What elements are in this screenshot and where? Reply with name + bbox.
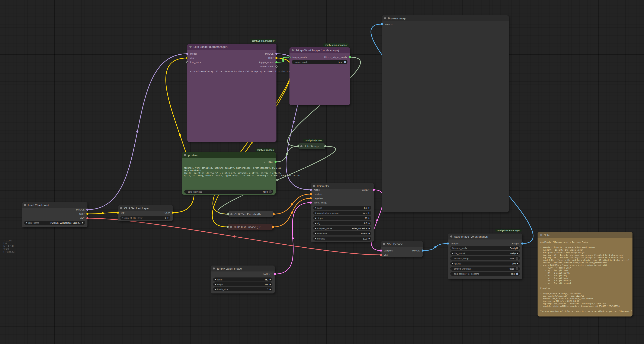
clip-input-dot[interactable] bbox=[117, 212, 119, 214]
decrement-arrow-icon[interactable]: ◀ bbox=[315, 238, 316, 240]
collapse-dot[interactable] bbox=[120, 207, 122, 209]
filename_prefix-widget[interactable]: filename_prefixComfyUI bbox=[450, 246, 520, 250]
decrement-arrow-icon[interactable]: ◀ bbox=[452, 262, 453, 264]
save-image-node[interactable]: Save Image (LoraManager)imagesimagesfile… bbox=[448, 234, 522, 280]
ksampler-node-header[interactable]: KSampler bbox=[311, 183, 374, 189]
scheduler-widget[interactable]: ◀schedulerkarras▶ bbox=[313, 232, 372, 236]
add_counter_to_filename-widget[interactable]: add_counter_to_filenametrue bbox=[450, 272, 520, 276]
CLIP-output-dot[interactable] bbox=[86, 213, 88, 215]
cfg-widget[interactable]: ◀cfg8.0▶ bbox=[313, 221, 372, 225]
latent_image-input-dot[interactable] bbox=[310, 202, 312, 204]
clip-set-last-layer-node-header[interactable]: CLIP Set Last Layer bbox=[118, 205, 173, 211]
CLIP Text Encode (Pr-output-dot[interactable] bbox=[272, 213, 275, 215]
preview-image-node[interactable]: Preview Imageimages bbox=[382, 15, 509, 212]
toggle-circle[interactable] bbox=[516, 272, 518, 275]
model-input-dot[interactable] bbox=[310, 189, 312, 191]
empty-latent-image-node-header[interactable]: Empty Latent Image bbox=[211, 266, 275, 272]
collapse-dot[interactable] bbox=[383, 243, 385, 245]
embed_workflow-widget[interactable]: embed_workflowfalse bbox=[450, 266, 520, 271]
increment-arrow-icon[interactable]: ▶ bbox=[270, 288, 271, 290]
triggerword-toggle-node[interactable]: TriggerWord Toggle (LoraManager)trigger_… bbox=[290, 47, 350, 105]
increment-arrow-icon[interactable]: ▶ bbox=[82, 222, 84, 224]
group_mode-widget[interactable]: group_modetrue bbox=[292, 60, 348, 64]
decrement-arrow-icon[interactable]: ◀ bbox=[214, 278, 216, 280]
collapse-dot[interactable] bbox=[24, 204, 26, 206]
width-widget[interactable]: ◀width832▶ bbox=[213, 278, 272, 282]
preview-image-node-header[interactable]: Preview Image bbox=[382, 15, 509, 21]
ksampler-node[interactable]: KSamplermodelpositivenegativelatent_imag… bbox=[311, 183, 374, 242]
increment-arrow-icon[interactable]: ▶ bbox=[368, 232, 370, 234]
increment-arrow-icon[interactable]: ▶ bbox=[168, 217, 169, 219]
decrement-arrow-icon[interactable]: ◀ bbox=[315, 227, 316, 229]
VAE-output-dot[interactable] bbox=[86, 217, 88, 219]
clip-input-dot[interactable] bbox=[186, 57, 188, 59]
MODEL-output-dot[interactable] bbox=[276, 53, 278, 55]
lossless_webp-widget[interactable]: lossless_webpfalse bbox=[450, 256, 520, 260]
increment-arrow-icon[interactable]: ▶ bbox=[368, 212, 370, 214]
decrement-arrow-icon[interactable]: ◀ bbox=[315, 217, 316, 219]
collapse-dot[interactable] bbox=[184, 154, 186, 156]
increment-arrow-icon[interactable]: ▶ bbox=[368, 207, 370, 209]
trigger_words-input-dot[interactable] bbox=[288, 56, 290, 58]
positive-input-dot[interactable] bbox=[310, 193, 312, 195]
Join Strings-output-dot[interactable] bbox=[324, 145, 326, 147]
collapse-dot[interactable] bbox=[230, 226, 232, 228]
graph-canvas[interactable]: Load CheckpointMODELCLIPVAE◀ckpt_nameil\… bbox=[0, 0, 644, 344]
collapse-dot[interactable] bbox=[230, 213, 232, 215]
increment-arrow-icon[interactable]: ▶ bbox=[368, 227, 370, 229]
vae-decode-node[interactable]: VAE DecodesamplesvaeIMAGE bbox=[381, 241, 423, 257]
note-node[interactable]: NoteAvailable filename_prefix Pattern Co… bbox=[538, 232, 632, 316]
collapse-dot[interactable] bbox=[292, 49, 294, 52]
negative-input-dot[interactable] bbox=[310, 197, 312, 200]
batch_size-widget[interactable]: ◀batch_size3▶ bbox=[213, 287, 272, 291]
IMAGE-output-dot[interactable] bbox=[422, 250, 424, 252]
positive-prompt-node[interactable]: positiveSTRINGstrip_newlinesfalsehighres… bbox=[182, 152, 276, 195]
decrement-arrow-icon[interactable]: ◀ bbox=[315, 232, 316, 234]
toggle-circle[interactable] bbox=[269, 190, 272, 193]
increment-arrow-icon[interactable]: ▶ bbox=[270, 278, 271, 280]
decrement-arrow-icon[interactable]: ◀ bbox=[122, 217, 123, 219]
vae-input-dot[interactable] bbox=[380, 254, 382, 256]
sampler_name-widget[interactable]: ◀sampler_nameeuler_ancestral▶ bbox=[313, 226, 372, 230]
join-strings-node[interactable]: Join Strings bbox=[298, 143, 325, 149]
lora_stack-input-dot[interactable] bbox=[186, 61, 188, 63]
note-node-header[interactable]: Note bbox=[538, 232, 632, 238]
LATENT-output-dot[interactable] bbox=[373, 189, 375, 191]
MODEL-output-dot[interactable] bbox=[86, 208, 88, 211]
CLIP-output-dot[interactable] bbox=[276, 57, 278, 59]
lora-loader-node-header[interactable]: Lora Loader (LoraManager) bbox=[187, 44, 276, 50]
file_format-widget[interactable]: ◀file_formatwebp▶ bbox=[450, 251, 520, 255]
load-checkpoint-node[interactable]: Load CheckpointMODELCLIPVAE◀ckpt_nameil\… bbox=[22, 202, 88, 227]
clip-text-encode-negative-node-header[interactable]: CLIP Text Encode (Pr bbox=[228, 224, 273, 230]
seed-widget[interactable]: ◀seed409▶ bbox=[313, 206, 372, 210]
join-strings-node-header[interactable]: Join Strings bbox=[298, 143, 325, 149]
strip_newlines-widget[interactable]: strip_newlinesfalse bbox=[184, 190, 273, 194]
CLIP-output-dot[interactable] bbox=[172, 212, 174, 214]
collapse-dot[interactable] bbox=[190, 46, 192, 48]
ckpt_name-widget[interactable]: ◀ckpt_nameil\waiNSFWIllustrious_v110.s..… bbox=[24, 221, 85, 225]
lora-loader-node[interactable]: Lora Loader (LoraManager)modelcliplora_s… bbox=[187, 44, 276, 142]
collapse-dot[interactable] bbox=[384, 17, 386, 20]
decrement-arrow-icon[interactable]: ◀ bbox=[26, 222, 27, 224]
collapse-dot[interactable] bbox=[313, 185, 315, 187]
Join Strings-input-dot[interactable] bbox=[297, 145, 299, 147]
vae-decode-node-header[interactable]: VAE Decode bbox=[381, 241, 423, 247]
clip-set-last-layer-node[interactable]: CLIP Set Last LayerclipCLIP◀stop_at_clip… bbox=[118, 205, 173, 221]
CLIP Text Encode (Pr-output-dot[interactable] bbox=[272, 226, 274, 228]
collapse-dot[interactable] bbox=[213, 268, 215, 270]
clip-text-encode-positive-node[interactable]: CLIP Text Encode (Pr bbox=[228, 211, 274, 217]
stop_at_clip_layer-widget[interactable]: ◀stop_at_clip_layer-2▶ bbox=[120, 216, 170, 220]
collapse-dot[interactable] bbox=[450, 236, 452, 238]
toggle-circle[interactable] bbox=[516, 257, 518, 260]
images-input-dot[interactable] bbox=[381, 23, 383, 25]
increment-arrow-icon[interactable]: ▶ bbox=[368, 217, 370, 219]
decrement-arrow-icon[interactable]: ◀ bbox=[452, 252, 453, 254]
quality-widget[interactable]: ◀quality100▶ bbox=[450, 262, 520, 266]
clip-text-encode-negative-node[interactable]: CLIP Text Encode (Pr bbox=[228, 224, 273, 230]
STRING-output-dot[interactable] bbox=[274, 161, 277, 163]
LATENT-output-dot[interactable] bbox=[274, 273, 276, 275]
increment-arrow-icon[interactable]: ▶ bbox=[270, 284, 271, 285]
filtered_trigger_words-output-dot[interactable] bbox=[349, 56, 351, 58]
control after generate-widget[interactable]: ◀control after generatefixed▶ bbox=[313, 211, 372, 215]
collapse-dot[interactable] bbox=[540, 234, 542, 236]
